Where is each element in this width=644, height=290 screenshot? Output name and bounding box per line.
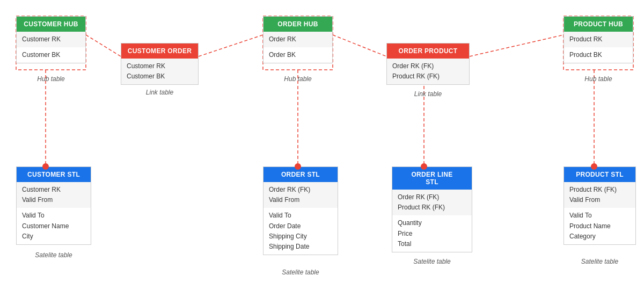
order-line-stl-dot bbox=[421, 163, 427, 170]
order-product-row1: Order RK (FK)Product RK (FK) bbox=[387, 59, 469, 84]
product-hub-row2: Product BK bbox=[564, 47, 633, 63]
svg-line-3 bbox=[470, 35, 564, 56]
order-line-stl-table: ORDER LINE STL Order RK (FK)Product RK (… bbox=[392, 166, 472, 252]
customer-hub-row2: Customer BK bbox=[17, 47, 85, 63]
order-product-table: ORDER PRODUCT Order RK (FK)Product RK (F… bbox=[386, 43, 470, 85]
customer-stl-header: CUSTOMER STL bbox=[17, 167, 91, 182]
product-hub-label: Hub table bbox=[564, 75, 633, 83]
order-stl-label: Satelite table bbox=[263, 269, 338, 276]
customer-hub-row1: Customer RK bbox=[17, 32, 85, 47]
order-hub-label: Hub table bbox=[263, 75, 333, 83]
order-hub-header: ORDER HUB bbox=[264, 17, 332, 32]
product-stl-row2: Valid ToProduct NameCategory bbox=[564, 208, 635, 244]
order-stl-row1: Order RK (FK)Valid From bbox=[264, 182, 338, 208]
order-stl-row2: Valid ToOrder DateShipping CityShipping … bbox=[264, 208, 338, 255]
customer-order-row1: Customer RKCustomer BK bbox=[121, 59, 198, 84]
order-stl-dot bbox=[295, 163, 301, 170]
order-product-header: ORDER PRODUCT bbox=[387, 44, 469, 59]
order-product-label: Link table bbox=[386, 90, 470, 98]
product-stl-table: PRODUCT STL Product RK (FK)Valid From Va… bbox=[564, 166, 636, 245]
customer-order-header: CUSTOMER ORDER bbox=[121, 44, 198, 59]
customer-hub-table: CUSTOMER HUB Customer RK Customer BK bbox=[16, 16, 86, 63]
diagram: CUSTOMER HUB Customer RK Customer BK Hub… bbox=[0, 0, 644, 290]
order-line-stl-header: ORDER LINE STL bbox=[392, 167, 472, 190]
customer-stl-dot bbox=[42, 163, 49, 170]
product-stl-label: Satelite table bbox=[558, 258, 641, 265]
customer-hub-header: CUSTOMER HUB bbox=[17, 17, 85, 32]
order-stl-table: ORDER STL Order RK (FK)Valid From Valid … bbox=[263, 166, 338, 255]
product-hub-table: PRODUCT HUB Product RK Product BK bbox=[564, 16, 633, 63]
order-stl-header: ORDER STL bbox=[264, 167, 338, 182]
customer-stl-row1: Customer RKValid From bbox=[17, 182, 91, 208]
product-stl-header: PRODUCT STL bbox=[564, 167, 635, 182]
order-line-stl-row1: Order RK (FK)Product RK (FK) bbox=[392, 190, 472, 215]
product-stl-dot bbox=[591, 163, 597, 170]
svg-line-2 bbox=[333, 35, 386, 56]
order-hub-row2: Order BK bbox=[264, 47, 332, 63]
customer-stl-label: Satelite table bbox=[11, 251, 97, 259]
customer-stl-row2: Valid ToCustomer NameCity bbox=[17, 208, 91, 244]
customer-hub-label: Hub table bbox=[16, 75, 86, 83]
order-hub-table: ORDER HUB Order RK Order BK bbox=[263, 16, 333, 63]
order-hub-row1: Order RK bbox=[264, 32, 332, 47]
product-hub-row1: Product RK bbox=[564, 32, 633, 47]
order-line-stl-row2: QuantityPriceTotal bbox=[392, 215, 472, 252]
customer-order-label: Link table bbox=[121, 89, 199, 96]
svg-line-0 bbox=[86, 35, 121, 56]
order-line-stl-label: Satelite table bbox=[392, 258, 472, 265]
customer-order-table: CUSTOMER ORDER Customer RKCustomer BK bbox=[121, 43, 199, 85]
product-stl-row1: Product RK (FK)Valid From bbox=[564, 182, 635, 208]
product-hub-header: PRODUCT HUB bbox=[564, 17, 633, 32]
customer-stl-table: CUSTOMER STL Customer RKValid From Valid… bbox=[16, 166, 91, 245]
svg-line-1 bbox=[199, 35, 263, 56]
